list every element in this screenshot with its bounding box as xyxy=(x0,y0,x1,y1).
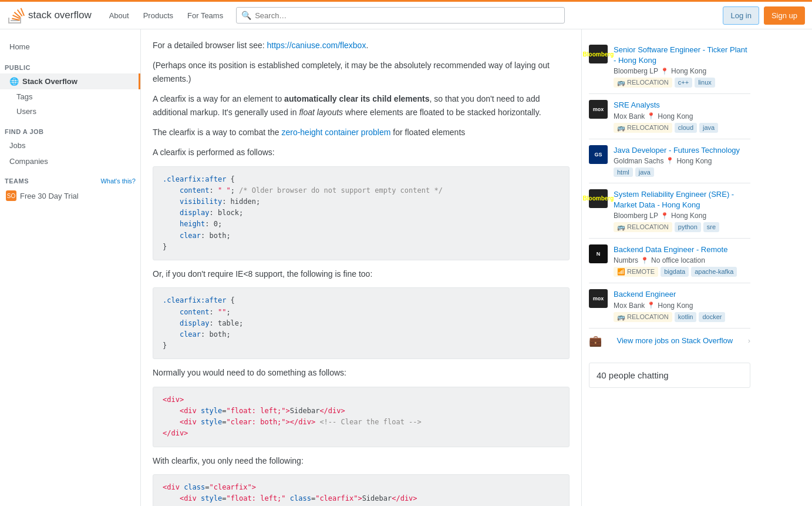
para-normally: Normally you would need to do something … xyxy=(153,366,570,379)
para-clearfix-def: A clearfix is a way for an element to au… xyxy=(153,92,570,119)
job-tag-list: 🚌 RELOCATIONc++linux xyxy=(614,78,750,88)
sidebar-item-home[interactable]: Home xyxy=(0,39,140,55)
nav-products[interactable]: Products xyxy=(137,6,179,25)
job-company: Bloomberg LP 📍 Hong Kong xyxy=(614,67,750,75)
left-sidebar: Home PUBLIC 🌐 Stack Overflow Tags Users … xyxy=(0,29,141,506)
stackoverflow-logo-icon xyxy=(7,6,25,24)
job-title[interactable]: System Reliability Engineer (SRE) - Mark… xyxy=(614,190,734,209)
teams-trial[interactable]: SO Free 30 Day Trial xyxy=(0,187,140,205)
job-tag: python xyxy=(675,222,701,232)
job-listings: Bloomberg Senior Software Engineer - Tic… xyxy=(589,39,750,329)
sidebar-item-tags[interactable]: Tags xyxy=(0,89,140,104)
job-info: Backend Engineer Mox Bank 📍 Hong Kong 🚌 … xyxy=(614,289,750,321)
signup-button[interactable]: Sign up xyxy=(764,6,805,25)
sidebar-find-job-label: FIND A JOB xyxy=(0,123,140,138)
job-title[interactable]: SRE Analysts xyxy=(614,100,660,109)
chevron-right-icon: › xyxy=(748,336,750,345)
job-logo: N xyxy=(589,244,608,263)
job-company: Bloomberg LP 📍 Hong Kong xyxy=(614,212,750,220)
relocation-tag: 🚌 RELOCATION xyxy=(614,123,672,133)
whats-this-link[interactable]: What's this? xyxy=(100,177,136,185)
job-location: No office location xyxy=(651,256,705,264)
job-title[interactable]: Senior Software Engineer - Ticker Plant … xyxy=(614,45,747,65)
jobs-briefcase-icon: 💼 xyxy=(589,334,602,347)
job-title[interactable]: Java Developer - Futures Technology xyxy=(614,146,740,155)
location-pin-icon: 📍 xyxy=(661,68,669,75)
sidebar-item-companies[interactable]: Companies xyxy=(0,153,140,169)
sidebar-public-section: PUBLIC 🌐 Stack Overflow Tags Users xyxy=(0,59,140,119)
para-zero-height: The clearfix is a way to combat the zero… xyxy=(153,126,570,139)
company-name: Bloomberg LP xyxy=(614,212,658,220)
teams-header: TEAMS What's this? xyxy=(0,174,140,187)
relocation-tag: 🚌 RELOCATION xyxy=(614,78,672,88)
location-pin-icon: 📍 xyxy=(647,301,655,309)
job-tag: docker xyxy=(699,312,725,322)
location-pin-icon: 📍 xyxy=(641,257,649,264)
job-logo: mox xyxy=(589,289,608,308)
right-sidebar: Bloomberg Senior Software Engineer - Tic… xyxy=(581,29,757,506)
job-listing-backend-mox: mox Backend Engineer Mox Bank 📍 Hong Kon… xyxy=(589,283,750,328)
teams-label: TEAMS xyxy=(5,177,29,185)
nav-links: About Products For Teams xyxy=(103,6,229,25)
location-pin-icon: 📍 xyxy=(647,112,655,120)
main-content: For a detailed browser list see: https:/… xyxy=(141,29,581,506)
job-logo: Bloomberg xyxy=(589,189,608,208)
relocation-tag: 🚌 RELOCATION xyxy=(614,222,672,232)
job-location: Hong Kong xyxy=(658,112,693,120)
sidebar-item-stackoverflow[interactable]: 🌐 Stack Overflow xyxy=(0,73,140,89)
job-info: Java Developer - Futures Technology Gold… xyxy=(614,145,750,177)
code-block-4: <div class="clearfix"> <div style="float… xyxy=(153,474,570,506)
teams-trial-icon: SO xyxy=(6,190,16,201)
logo-text: stack overflow xyxy=(28,9,92,21)
remote-tag: 📶 REMOTE xyxy=(614,267,658,277)
job-listing-senior-bloomberg-ticker: Bloomberg Senior Software Engineer - Tic… xyxy=(589,39,750,94)
sidebar-public-label: PUBLIC xyxy=(0,59,140,73)
teams-trial-label: Free 30 Day Trial xyxy=(20,192,79,200)
company-name: Mox Bank xyxy=(614,112,645,120)
job-tag: bigdata xyxy=(661,267,689,277)
nav-for-teams[interactable]: For Teams xyxy=(181,6,229,25)
job-location: Hong Kong xyxy=(671,212,706,220)
code-block-2: .clearfix:after { content: ""; display: … xyxy=(153,287,570,359)
para-perhaps: (Perhaps once its position is establishe… xyxy=(153,59,570,85)
auth-buttons: Log in Sign up xyxy=(723,6,805,25)
search-icon: 🔍 xyxy=(241,11,251,20)
job-listing-backend-numbrs: N Backend Data Engineer - Remote Numbrs … xyxy=(589,239,750,283)
company-name: Mox Bank xyxy=(614,301,645,310)
job-title[interactable]: Backend Engineer xyxy=(614,290,676,299)
job-tag: kotlin xyxy=(675,312,697,322)
company-name: Bloomberg LP xyxy=(614,67,658,75)
job-location: Hong Kong xyxy=(658,301,693,310)
sidebar-item-stackoverflow-label: Stack Overflow xyxy=(22,77,78,86)
job-tag: apache-kafka xyxy=(691,267,737,277)
login-button[interactable]: Log in xyxy=(723,6,759,25)
job-location: Hong Kong xyxy=(676,157,712,165)
job-tag: sre xyxy=(703,222,719,232)
logo[interactable]: stack overflow xyxy=(7,6,92,24)
sidebar-teams-section: TEAMS What's this? SO Free 30 Day Trial xyxy=(0,174,140,205)
location-pin-icon: 📍 xyxy=(661,212,669,220)
search-input[interactable] xyxy=(255,11,560,20)
view-more-jobs-label: View more jobs on Stack Overflow xyxy=(616,336,733,345)
stackoverflow-globe-icon: 🌐 xyxy=(9,77,19,86)
job-tag: java xyxy=(635,167,654,177)
para-browser-list: For a detailed browser list see: https:/… xyxy=(153,39,570,52)
zero-height-link[interactable]: zero-height container problem xyxy=(281,128,390,137)
page-wrapper: Home PUBLIC 🌐 Stack Overflow Tags Users … xyxy=(0,29,812,506)
job-logo: Bloomberg xyxy=(589,45,608,63)
relocation-tag: 🚌 RELOCATION xyxy=(614,312,672,322)
sidebar-item-jobs[interactable]: Jobs xyxy=(0,138,140,153)
para-ie8: Or, if you don't require IE<8 support, t… xyxy=(153,267,570,280)
job-logo: GS xyxy=(589,145,608,164)
caniuse-link[interactable]: https://caniuse.com/flexbox xyxy=(267,41,366,50)
job-company: Goldman Sachs 📍 Hong Kong xyxy=(614,157,750,165)
search-bar: 🔍 xyxy=(236,7,565,24)
nav-about[interactable]: About xyxy=(103,6,135,25)
job-tag: java xyxy=(699,123,718,133)
job-listing-java-goldman: GS Java Developer - Futures Technology G… xyxy=(589,139,750,183)
view-more-jobs-link[interactable]: 💼 View more jobs on Stack Overflow › xyxy=(589,329,750,353)
job-title[interactable]: Backend Data Engineer - Remote xyxy=(614,245,727,254)
sidebar-item-users[interactable]: Users xyxy=(0,104,140,119)
para-with-clearfix: With clearfix, you only need the followi… xyxy=(153,454,570,467)
job-tag: linux xyxy=(695,78,715,88)
